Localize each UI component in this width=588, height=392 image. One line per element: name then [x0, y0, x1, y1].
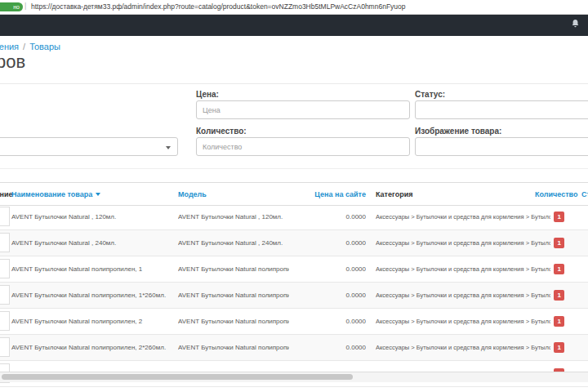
product-category: Аксессуары > Бутылочки и средства для ко… — [376, 335, 550, 360]
product-thumbnail — [0, 311, 10, 331]
table-row: AVENT Бутылочки Natural полипропилен, 1*… — [0, 283, 588, 309]
column-header-name-label: Наименование товара — [11, 190, 92, 198]
breadcrumb-home-link[interactable]: Панель управления — [0, 42, 19, 51]
url-text[interactable]: https://доставка-детям33.рф/admin/index.… — [31, 2, 406, 11]
product-thumbnail — [0, 233, 10, 252]
column-header-category: Категория — [376, 183, 412, 205]
table-row: AVENT Бутылочки Natural полипропилен, 2 … — [0, 309, 588, 335]
quantity-filter-label: Количество: — [196, 127, 247, 136]
filter-panel-bottom-divider — [0, 168, 588, 169]
product-table-body: AVENT Бутылочки Natural , 120мл. AVENT Б… — [0, 204, 588, 387]
quantity-badge: 1 — [554, 264, 564, 274]
table-row: AVENT Бутылочки Natural , 240мл. AVENT Б… — [0, 230, 588, 256]
model-filter-select[interactable] — [0, 137, 178, 156]
notifications-button[interactable] — [566, 16, 584, 33]
horizontal-scrollbar-thumb[interactable] — [2, 374, 353, 380]
product-model: AVENT Бутылочки Natural полипропилен, 2 — [178, 309, 289, 334]
status-filter-select[interactable] — [415, 100, 588, 119]
quantity-filter-input[interactable] — [196, 137, 410, 156]
product-name: AVENT Бутылочки Natural полипропилен, 2 — [11, 309, 173, 334]
quantity-badge: 1 — [554, 238, 564, 248]
product-thumbnail — [0, 259, 10, 278]
product-category: Аксессуары > Бутылочки и средства для ко… — [376, 204, 550, 229]
column-header-quantity[interactable]: Количество — [535, 183, 577, 205]
admin-navbar — [0, 14, 588, 36]
product-name: AVENT Бутылочки Natural полипропилен, 1*… — [11, 283, 173, 308]
browser-address-bar[interactable]: но | https://доставка-детям33.рф/admin/i… — [0, 0, 588, 15]
admin-products-screen: но | https://доставка-детям33.рф/admin/i… — [0, 0, 588, 392]
table-row: AVENT Бутылочки Natural , 120мл. AVENT Б… — [0, 204, 588, 230]
product-category: Аксессуары > Бутылочки и средства для ко… — [376, 283, 550, 308]
product-model: AVENT Бутылочки Natural полипропилен, 1 — [178, 256, 289, 282]
product-name: AVENT Бутылочки Natural , 120мл. — [11, 204, 173, 229]
column-header-status[interactable]: Статус — [581, 183, 588, 205]
product-category: Аксессуары > Бутылочки и средства для ко… — [376, 309, 550, 334]
sort-desc-icon — [96, 193, 100, 196]
quantity-badge: 1 — [554, 212, 564, 222]
product-price: 0.0000 — [291, 256, 366, 282]
product-price: 0.0000 — [291, 230, 366, 256]
security-badge[interactable]: но — [0, 2, 23, 11]
product-thumbnail — [0, 285, 10, 305]
product-price: 0.0000 — [291, 335, 366, 360]
image-filter-label: Изображение товара: — [415, 127, 501, 136]
bell-icon — [571, 19, 580, 31]
product-thumbnail — [0, 207, 10, 226]
chevron-down-icon — [166, 146, 171, 149]
breadcrumb-separator: / — [23, 42, 25, 51]
horizontal-scrollbar[interactable] — [0, 372, 588, 382]
status-filter-label: Статус: — [415, 90, 445, 99]
quantity-badge: 1 — [554, 342, 564, 353]
product-model: AVENT Бутылочки Natural , 240мл. — [178, 230, 289, 256]
product-category: Аксессуары > Бутылочки и средства для ко… — [376, 256, 550, 282]
column-header-name[interactable]: Наименование товара — [11, 183, 100, 205]
product-price: 0.0000 — [291, 204, 366, 229]
quantity-badge: 1 — [554, 316, 564, 327]
url-separator: | — [24, 2, 26, 10]
table-header: Изображение Наименование товара Модель Ц… — [0, 182, 588, 206]
product-price: 0.0000 — [291, 283, 366, 308]
image-filter-select[interactable] — [415, 137, 588, 156]
product-model: AVENT Бутылочки Natural , 120мл. — [178, 204, 289, 229]
product-price: 0.0000 — [291, 309, 366, 334]
product-model: AVENT Бутылочки Natural полипропилен, 2*… — [178, 335, 289, 360]
column-header-model[interactable]: Модель — [178, 183, 207, 205]
table-row: AVENT Бутылочки Natural полипропилен, 2*… — [0, 335, 588, 361]
product-name: AVENT Бутылочки Natural , 240мл. — [11, 230, 173, 256]
product-name: AVENT Бутылочки Natural полипропилен, 1 — [11, 256, 173, 282]
price-filter-label: Цена: — [196, 90, 219, 99]
product-name: AVENT Бутылочки Natural полипропилен, 2*… — [11, 335, 173, 360]
breadcrumb-current-link[interactable]: Товары — [29, 42, 60, 51]
breadcrumb: Панель управления/Товары — [0, 42, 60, 51]
product-model: AVENT Бутылочки Natural полипропилен, 1*… — [178, 283, 289, 308]
column-header-price[interactable]: Цена на сайте — [291, 183, 366, 205]
panel-top-divider — [0, 83, 588, 84]
price-filter-input[interactable] — [196, 100, 410, 119]
quantity-badge: 1 — [554, 290, 564, 301]
product-thumbnail — [0, 337, 10, 357]
page-title: Список товаров — [0, 51, 25, 73]
table-row: AVENT Бутылочки Natural полипропилен, 1 … — [0, 256, 588, 283]
product-category: Аксессуары > Бутылочки и средства для ко… — [376, 230, 550, 256]
